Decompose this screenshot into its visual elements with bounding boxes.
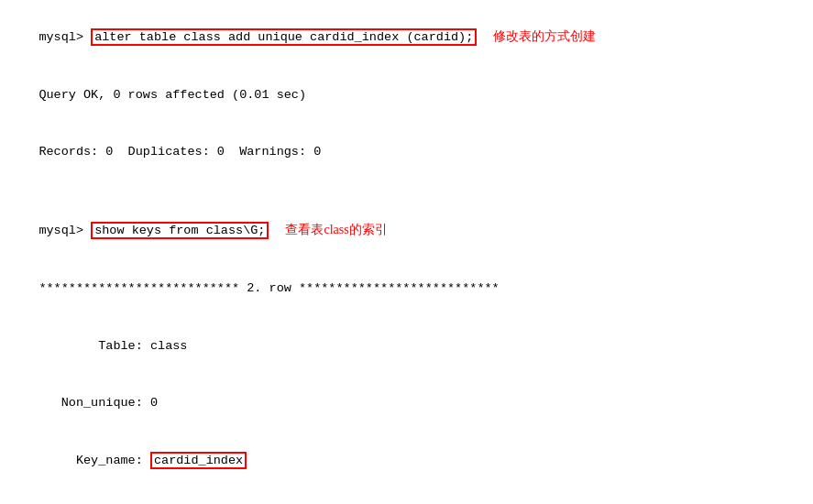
prompt-1: mysql> <box>38 30 91 44</box>
output-line-1: Query OK, 0 rows affected (0.01 sec) <box>9 67 804 125</box>
field-value-table: class <box>150 339 188 353</box>
command-line-1: mysql> alter table class add unique card… <box>9 7 804 67</box>
field-nonunique: Non_unique: 0 <box>9 376 804 433</box>
terminal-window: mysql> alter table class add unique card… <box>9 7 804 504</box>
output-text-1: Query OK, 0 rows affected (0.01 sec) <box>38 88 306 102</box>
command-line-2: mysql> show keys from class\G;查看表class的索… <box>9 201 804 260</box>
cmd-box-1: alter table class add unique cardid_inde… <box>91 28 477 46</box>
field-value-nonunique: 0 <box>150 396 158 410</box>
field-table: Table: class <box>9 318 804 376</box>
separator-text: *************************** 2. row *****… <box>38 281 499 295</box>
prompt-2: mysql> <box>38 224 91 237</box>
cmd-box-2: show keys from class\G; <box>91 222 269 239</box>
blank-line-1 <box>9 181 804 201</box>
separator-line: *************************** 2. row *****… <box>9 260 804 318</box>
field-label-table: Table: <box>38 339 150 353</box>
field-label-nonunique: Non_unique: <box>38 396 150 410</box>
output-text-2: Records: 0 Duplicates: 0 Warnings: 0 <box>38 145 321 159</box>
annotation-2: 查看表class的索引 <box>285 223 387 236</box>
field-label-keyname: Key_name: <box>38 454 150 467</box>
field-seqinindex: Seq_in_index: 1 <box>9 490 804 504</box>
field-keyname: Key_name: cardid_index <box>9 433 804 490</box>
output-line-2: Records: 0 Duplicates: 0 Warnings: 0 <box>9 125 804 182</box>
field-value-keyname: cardid_index <box>150 452 247 469</box>
annotation-1: 修改表的方式创建 <box>493 29 596 43</box>
